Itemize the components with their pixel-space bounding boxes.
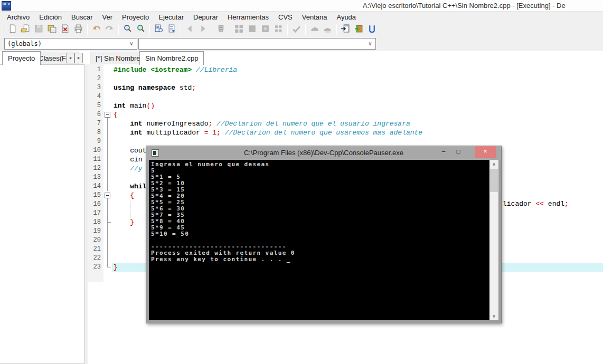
- line-number: 18: [88, 218, 103, 227]
- line-number: 10: [88, 146, 103, 155]
- toolbar-group: [6, 23, 85, 36]
- code-line-9[interactable]: 9: [88, 137, 603, 146]
- fold-collapse-icon: [105, 112, 110, 118]
- menu-proyecto[interactable]: Proyecto: [117, 12, 154, 22]
- console-minimize-button[interactable]: –: [437, 146, 450, 158]
- dev-cpp-window: DEV A:\Viejo escritorio\Tutorial C++\Sin…: [0, 0, 603, 364]
- console-scrollbar[interactable]: ∧ ∨: [489, 160, 498, 320]
- scroll-up-icon[interactable]: ∧: [489, 160, 498, 168]
- menu-buscar[interactable]: Buscar: [67, 12, 97, 22]
- globals-combobox-value: (globals): [7, 40, 42, 47]
- save-all-button[interactable]: [45, 23, 59, 36]
- rebuild-all-icon: [274, 24, 284, 36]
- menu-herramientas[interactable]: Herramientas: [223, 12, 274, 22]
- code-line-3[interactable]: 3using namespace std;: [88, 83, 603, 92]
- insert-icon: [341, 24, 351, 36]
- close-file-button[interactable]: [59, 23, 72, 36]
- panel-tab-proyecto[interactable]: Proyecto: [2, 51, 41, 65]
- code-text: int multiplicador = 1; //Declarion del n…: [112, 128, 603, 137]
- menu-cvs[interactable]: CVS: [274, 12, 297, 22]
- console-window[interactable]: C:\Program Files (x86)\Dev-Cpp\ConsolePa…: [146, 146, 502, 323]
- members-combobox[interactable]: ∨: [138, 38, 376, 50]
- fold-margin[interactable]: [103, 191, 112, 200]
- code-line-7[interactable]: 7 int numeroIngresado; //Declarion del n…: [88, 119, 603, 128]
- console-titlebar[interactable]: C:\Program Files (x86)\Dev-Cpp\ConsolePa…: [146, 146, 501, 160]
- scrollbar-thumb[interactable]: [490, 169, 498, 192]
- goto-line-button[interactable]: [165, 23, 178, 36]
- chevron-down-icon[interactable]: ∨: [366, 40, 374, 48]
- compile-button: [232, 23, 246, 36]
- editor-tab-sinnombre2cpp[interactable]: Sin Nombre2.cpp: [139, 51, 204, 65]
- console-output-line: 5*1 = 5: [151, 174, 488, 180]
- indent-guide: [130, 209, 130, 218]
- menu-ayuda[interactable]: Ayuda: [332, 12, 361, 22]
- fold-margin: [103, 236, 112, 245]
- line-number: 8: [88, 128, 103, 137]
- syntax-check-icon: [291, 24, 302, 36]
- code-line-2[interactable]: 2: [88, 74, 603, 83]
- line-number: 2: [88, 74, 103, 83]
- tab-scroll-right-button[interactable]: ▸: [74, 53, 83, 63]
- new-file-button[interactable]: [6, 23, 19, 36]
- console-maximize-button[interactable]: □: [451, 146, 465, 158]
- line-number: 12: [88, 164, 103, 173]
- fold-margin[interactable]: [103, 110, 112, 119]
- console-close-button[interactable]: ×: [475, 146, 496, 158]
- insert-button[interactable]: [339, 23, 352, 36]
- undo-button[interactable]: [90, 23, 103, 36]
- tab-scroll-left-button[interactable]: ◂: [66, 53, 74, 63]
- code-text: [112, 74, 603, 83]
- toolbar-separator: [287, 24, 288, 35]
- code-line-8[interactable]: 8 int multiplicador = 1; //Declarion del…: [88, 128, 603, 137]
- toolbar-separator: [305, 24, 306, 35]
- line-number: 22: [88, 254, 103, 263]
- code-text: [112, 92, 603, 101]
- menu-archivo[interactable]: Archivo: [2, 12, 34, 22]
- chevron-down-icon[interactable]: ∨: [127, 40, 136, 48]
- delete-profiling-icon: [323, 24, 333, 36]
- compile-run-button: [259, 23, 272, 36]
- line-number: 23: [88, 263, 103, 272]
- back-button: [183, 23, 196, 36]
- code-text: #include <iostream> //Libreria: [112, 65, 603, 74]
- replace-button[interactable]: [152, 23, 165, 36]
- toolbar: [0, 22, 603, 37]
- replace-icon: [154, 24, 164, 36]
- menu-edicin[interactable]: Edición: [34, 12, 67, 22]
- code-line-1[interactable]: 1#include <iostream> //Libreria: [88, 65, 603, 74]
- remove-from-project-button[interactable]: [365, 23, 379, 36]
- console-output-line: 5*8 = 40: [151, 218, 488, 225]
- line-number: 16: [88, 200, 103, 209]
- debug-shield-icon: [216, 24, 226, 36]
- fold-margin: [103, 200, 112, 209]
- code-line-4[interactable]: 4: [88, 92, 603, 101]
- line-number: 1: [88, 65, 103, 74]
- add-to-project-icon: [354, 24, 364, 36]
- code-line-6[interactable]: 6{: [88, 110, 603, 119]
- toolbar-group: [90, 23, 116, 36]
- open-file-button[interactable]: [19, 23, 32, 36]
- line-number: 15: [88, 191, 103, 200]
- add-to-project-button[interactable]: [352, 23, 365, 36]
- print-button[interactable]: [72, 23, 85, 36]
- globals-combobox[interactable]: (globals) ∨: [4, 38, 137, 50]
- find-in-files-button[interactable]: [134, 23, 147, 36]
- fold-margin: [103, 182, 112, 191]
- run-icon: [247, 24, 257, 36]
- code-line-5[interactable]: 5int main(): [88, 101, 603, 110]
- save-file-button: [32, 23, 45, 36]
- menu-depurar[interactable]: Depurar: [189, 12, 223, 22]
- fold-margin: [103, 128, 112, 137]
- code-text: int numeroIngresado; //Declarion del num…: [112, 119, 603, 128]
- console-output-line: 5*5 = 25: [151, 199, 488, 206]
- find-button[interactable]: [121, 23, 134, 36]
- menu-ventana[interactable]: Ventana: [297, 12, 332, 22]
- menu-ver[interactable]: Ver: [97, 12, 117, 22]
- line-number: 13: [88, 173, 103, 182]
- toolbar-separator: [230, 24, 230, 35]
- console-output-line: 5*6 = 30: [151, 206, 488, 212]
- scroll-down-icon[interactable]: ∨: [489, 312, 498, 320]
- code-text: int main(): [112, 101, 603, 110]
- run-button: [246, 23, 259, 36]
- menu-ejecutar[interactable]: Ejecutar: [154, 12, 189, 22]
